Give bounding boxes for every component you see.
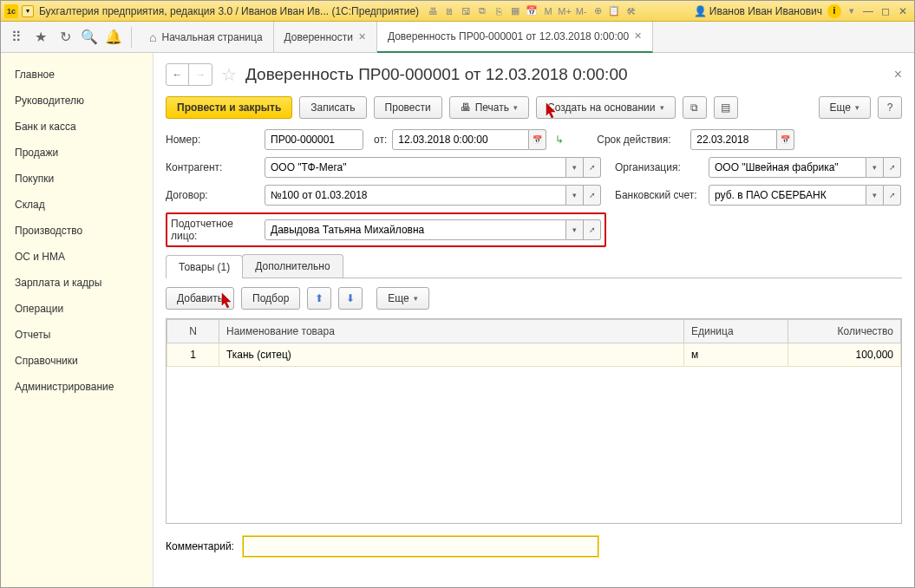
org-label: Организация: xyxy=(615,161,703,173)
sidebar-item-operations[interactable]: Операции xyxy=(1,296,153,322)
post-button[interactable]: Провести xyxy=(374,96,442,119)
more-button[interactable]: Еще▾ xyxy=(819,96,871,119)
calendar-icon[interactable]: 📅 xyxy=(529,129,546,150)
minimize-button[interactable]: — xyxy=(860,4,876,18)
user-label[interactable]: 👤 Иванов Иван Иванович xyxy=(694,5,822,17)
zoom-icon[interactable]: ⊕ xyxy=(591,4,605,18)
apps-icon[interactable]: ⠿ xyxy=(6,27,27,48)
search-icon[interactable]: 🔍 xyxy=(79,27,100,48)
sidebar-item-payroll[interactable]: Зарплата и кадры xyxy=(1,270,153,296)
print-icon[interactable]: 🖶 xyxy=(426,4,440,18)
sidebar-item-bank[interactable]: Банк и касса xyxy=(1,114,153,140)
user-icon: 👤 xyxy=(694,5,707,17)
open-icon[interactable]: ➚ xyxy=(584,219,601,240)
col-n[interactable]: N xyxy=(167,320,219,343)
forward-button[interactable]: → xyxy=(189,64,212,85)
bank-field[interactable]: руб. в ПАО СБЕРБАНК xyxy=(709,185,866,206)
col-qty[interactable]: Количество xyxy=(788,320,901,343)
related-icon[interactable]: ⧉ xyxy=(683,96,707,119)
app-menu-button[interactable]: ▾ xyxy=(22,5,34,17)
info-dropdown[interactable]: ▾ xyxy=(845,4,859,18)
tab-extra[interactable]: Дополнительно xyxy=(242,254,343,278)
table-empty-area[interactable] xyxy=(167,367,901,523)
sidebar-item-catalogs[interactable]: Справочники xyxy=(1,348,153,374)
sidebar-item-purchases[interactable]: Покупки xyxy=(1,166,153,192)
contract-field[interactable]: №100 от 01.03.2018 xyxy=(265,185,566,206)
date-field[interactable]: 12.03.2018 0:00:00 xyxy=(392,129,529,150)
titlebar: 1c ▾ Бухгалтерия предприятия, редакция 3… xyxy=(1,1,914,22)
comment-label: Комментарий: xyxy=(166,540,234,552)
history-icon[interactable]: ↻ xyxy=(55,27,75,48)
dropdown-icon[interactable]: ▾ xyxy=(566,185,584,206)
m-icon[interactable]: M xyxy=(541,4,555,18)
dropdown-icon[interactable]: ▾ xyxy=(566,157,584,178)
close-icon[interactable]: ✕ xyxy=(634,30,642,42)
bank-label: Банковский счет: xyxy=(615,189,703,201)
create-based-button[interactable]: Создать на основании▾ xyxy=(536,96,676,119)
post-and-close-button[interactable]: Провести и закрыть xyxy=(166,96,292,119)
help-button[interactable]: ? xyxy=(878,96,902,119)
back-button[interactable]: ← xyxy=(167,64,189,85)
col-unit[interactable]: Единица xyxy=(684,320,788,343)
bell-icon[interactable]: 🔔 xyxy=(103,27,124,48)
m-plus-icon[interactable]: M+ xyxy=(558,4,572,18)
person-label: Подотчетное лицо: xyxy=(171,218,259,242)
goods-table: N Наименование товара Единица Количество… xyxy=(166,318,902,524)
comment-field[interactable] xyxy=(243,536,598,557)
move-down-icon[interactable]: ⬇ xyxy=(338,287,363,310)
print-preview-icon[interactable]: 🗎 xyxy=(442,4,456,18)
attachments-icon[interactable]: ▤ xyxy=(714,96,738,119)
content-area: ← → ☆ Доверенность ПР00-000001 от 12.03.… xyxy=(154,53,914,587)
favorite-icon[interactable]: ★ xyxy=(30,27,51,48)
table-more-button[interactable]: Еще▾ xyxy=(376,287,428,310)
dropdown-icon[interactable]: ▾ xyxy=(866,185,884,206)
sidebar-item-sales[interactable]: Продажи xyxy=(1,140,153,166)
sidebar-item-main[interactable]: Главное xyxy=(1,62,153,88)
compare-icon[interactable]: ⧉ xyxy=(475,4,489,18)
close-icon[interactable]: ✕ xyxy=(358,31,366,42)
sidebar-item-warehouse[interactable]: Склад xyxy=(1,192,153,218)
save-icon[interactable]: 🖫 xyxy=(459,4,473,18)
sidebar-item-manager[interactable]: Руководителю xyxy=(1,88,153,114)
person-field[interactable]: Давыдова Татьяна Михайловна xyxy=(265,219,566,240)
maximize-button[interactable]: ◻ xyxy=(878,4,893,18)
home-icon: ⌂ xyxy=(149,30,156,44)
info-icon[interactable]: i xyxy=(827,4,841,18)
org-field[interactable]: ООО "Швейная фабрика" xyxy=(709,157,866,178)
calendar-icon[interactable]: 📅 xyxy=(777,129,794,150)
clipboard-icon[interactable]: 📋 xyxy=(607,4,621,18)
col-name[interactable]: Наименование товара xyxy=(219,320,684,343)
number-field[interactable]: ПР00-000001 xyxy=(265,129,363,150)
save-button[interactable]: Записать xyxy=(299,96,366,119)
sidebar-item-reports[interactable]: Отчеты xyxy=(1,322,153,348)
close-button[interactable]: ✕ xyxy=(895,4,911,18)
add-button[interactable]: Добавить xyxy=(166,287,234,310)
select-button[interactable]: Подбор xyxy=(241,287,300,310)
calendar-icon[interactable]: 📅 xyxy=(525,4,539,18)
tab-list[interactable]: Доверенности ✕ xyxy=(274,22,377,53)
print-button[interactable]: 🖶Печать▾ xyxy=(449,96,529,119)
sidebar-item-assets[interactable]: ОС и НМА xyxy=(1,244,153,270)
open-icon[interactable]: ➚ xyxy=(884,185,901,206)
tab-goods[interactable]: Товары (1) xyxy=(166,255,243,278)
dropdown-icon[interactable]: ▾ xyxy=(866,157,884,178)
tab-document[interactable]: Доверенность ПР00-000001 от 12.03.2018 0… xyxy=(377,22,653,53)
tab-home[interactable]: ⌂ Начальная страница xyxy=(139,22,274,53)
dropdown-icon[interactable]: ▾ xyxy=(566,219,584,240)
sidebar-item-admin[interactable]: Администрирование xyxy=(1,374,153,400)
move-up-icon[interactable]: ⬆ xyxy=(307,287,331,310)
calculator-icon[interactable]: ▦ xyxy=(508,4,522,18)
close-doc-button[interactable]: × xyxy=(894,67,902,82)
open-icon[interactable]: ➚ xyxy=(584,157,601,178)
m-minus-icon[interactable]: M- xyxy=(574,4,588,18)
validity-field[interactable]: 22.03.2018 xyxy=(690,129,777,150)
sidebar-item-production[interactable]: Производство xyxy=(1,218,153,244)
table-row[interactable]: 1 Ткань (ситец) м 100,000 xyxy=(167,343,901,367)
star-icon[interactable]: ☆ xyxy=(221,64,237,85)
open-icon[interactable]: ➚ xyxy=(884,157,901,178)
open-icon[interactable]: ➚ xyxy=(584,185,601,206)
counterparty-field[interactable]: ООО "ТФ-Мега" xyxy=(265,157,566,178)
posted-icon: ↳ xyxy=(552,134,567,146)
tools-icon[interactable]: 🛠 xyxy=(624,4,637,18)
copy-icon[interactable]: ⎘ xyxy=(492,4,506,18)
